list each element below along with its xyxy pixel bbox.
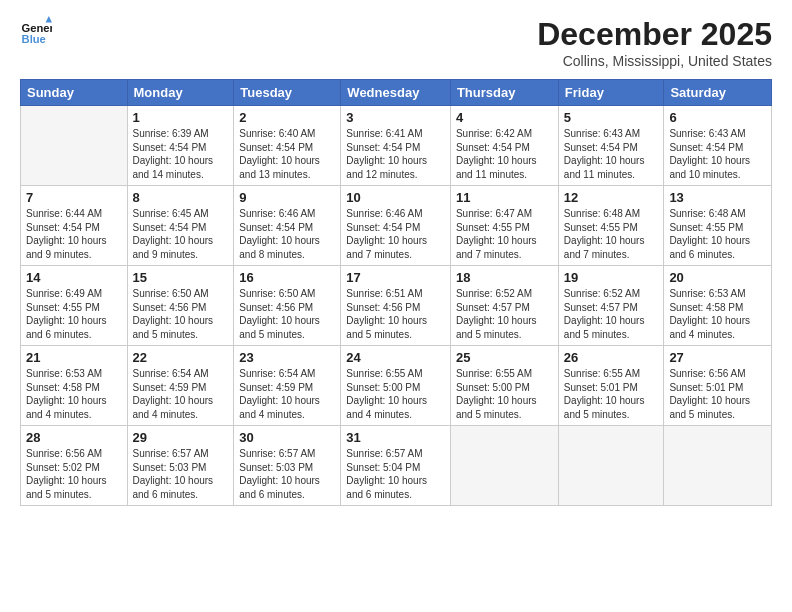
calendar-day: 31Sunrise: 6:57 AM Sunset: 5:04 PM Dayli…	[341, 426, 451, 506]
col-thursday: Thursday	[450, 80, 558, 106]
calendar-day: 27Sunrise: 6:56 AM Sunset: 5:01 PM Dayli…	[664, 346, 772, 426]
calendar-day: 25Sunrise: 6:55 AM Sunset: 5:00 PM Dayli…	[450, 346, 558, 426]
day-info: Sunrise: 6:41 AM Sunset: 4:54 PM Dayligh…	[346, 127, 445, 181]
calendar-header-row: Sunday Monday Tuesday Wednesday Thursday…	[21, 80, 772, 106]
day-info: Sunrise: 6:43 AM Sunset: 4:54 PM Dayligh…	[564, 127, 659, 181]
calendar-day	[21, 106, 128, 186]
calendar-week-3: 21Sunrise: 6:53 AM Sunset: 4:58 PM Dayli…	[21, 346, 772, 426]
calendar-day: 18Sunrise: 6:52 AM Sunset: 4:57 PM Dayli…	[450, 266, 558, 346]
day-info: Sunrise: 6:46 AM Sunset: 4:54 PM Dayligh…	[346, 207, 445, 261]
calendar-week-1: 7Sunrise: 6:44 AM Sunset: 4:54 PM Daylig…	[21, 186, 772, 266]
day-number: 12	[564, 190, 659, 205]
day-number: 19	[564, 270, 659, 285]
day-info: Sunrise: 6:54 AM Sunset: 4:59 PM Dayligh…	[239, 367, 335, 421]
calendar-day: 19Sunrise: 6:52 AM Sunset: 4:57 PM Dayli…	[558, 266, 664, 346]
calendar-day: 17Sunrise: 6:51 AM Sunset: 4:56 PM Dayli…	[341, 266, 451, 346]
day-info: Sunrise: 6:56 AM Sunset: 5:01 PM Dayligh…	[669, 367, 766, 421]
calendar-day: 28Sunrise: 6:56 AM Sunset: 5:02 PM Dayli…	[21, 426, 128, 506]
calendar-day: 12Sunrise: 6:48 AM Sunset: 4:55 PM Dayli…	[558, 186, 664, 266]
day-number: 26	[564, 350, 659, 365]
logo: General Blue	[20, 16, 56, 48]
day-number: 16	[239, 270, 335, 285]
day-info: Sunrise: 6:52 AM Sunset: 4:57 PM Dayligh…	[456, 287, 553, 341]
day-number: 11	[456, 190, 553, 205]
day-info: Sunrise: 6:46 AM Sunset: 4:54 PM Dayligh…	[239, 207, 335, 261]
calendar-day: 20Sunrise: 6:53 AM Sunset: 4:58 PM Dayli…	[664, 266, 772, 346]
calendar-day: 14Sunrise: 6:49 AM Sunset: 4:55 PM Dayli…	[21, 266, 128, 346]
day-info: Sunrise: 6:53 AM Sunset: 4:58 PM Dayligh…	[669, 287, 766, 341]
day-info: Sunrise: 6:57 AM Sunset: 5:03 PM Dayligh…	[133, 447, 229, 501]
logo-icon: General Blue	[20, 16, 52, 48]
calendar-day: 24Sunrise: 6:55 AM Sunset: 5:00 PM Dayli…	[341, 346, 451, 426]
col-sunday: Sunday	[21, 80, 128, 106]
day-info: Sunrise: 6:45 AM Sunset: 4:54 PM Dayligh…	[133, 207, 229, 261]
day-number: 2	[239, 110, 335, 125]
day-info: Sunrise: 6:39 AM Sunset: 4:54 PM Dayligh…	[133, 127, 229, 181]
day-info: Sunrise: 6:43 AM Sunset: 4:54 PM Dayligh…	[669, 127, 766, 181]
day-info: Sunrise: 6:55 AM Sunset: 5:01 PM Dayligh…	[564, 367, 659, 421]
calendar-day: 11Sunrise: 6:47 AM Sunset: 4:55 PM Dayli…	[450, 186, 558, 266]
calendar-day: 16Sunrise: 6:50 AM Sunset: 4:56 PM Dayli…	[234, 266, 341, 346]
svg-text:General: General	[22, 22, 52, 34]
day-info: Sunrise: 6:48 AM Sunset: 4:55 PM Dayligh…	[669, 207, 766, 261]
day-number: 7	[26, 190, 122, 205]
day-number: 9	[239, 190, 335, 205]
calendar-day: 29Sunrise: 6:57 AM Sunset: 5:03 PM Dayli…	[127, 426, 234, 506]
header: General Blue December 2025 Collins, Miss…	[20, 16, 772, 69]
day-number: 22	[133, 350, 229, 365]
calendar-day: 30Sunrise: 6:57 AM Sunset: 5:03 PM Dayli…	[234, 426, 341, 506]
day-number: 31	[346, 430, 445, 445]
calendar-week-2: 14Sunrise: 6:49 AM Sunset: 4:55 PM Dayli…	[21, 266, 772, 346]
day-number: 24	[346, 350, 445, 365]
calendar-day: 22Sunrise: 6:54 AM Sunset: 4:59 PM Dayli…	[127, 346, 234, 426]
day-info: Sunrise: 6:55 AM Sunset: 5:00 PM Dayligh…	[456, 367, 553, 421]
calendar-day: 15Sunrise: 6:50 AM Sunset: 4:56 PM Dayli…	[127, 266, 234, 346]
title-block: December 2025 Collins, Mississippi, Unit…	[537, 16, 772, 69]
day-info: Sunrise: 6:53 AM Sunset: 4:58 PM Dayligh…	[26, 367, 122, 421]
calendar-day: 13Sunrise: 6:48 AM Sunset: 4:55 PM Dayli…	[664, 186, 772, 266]
day-info: Sunrise: 6:52 AM Sunset: 4:57 PM Dayligh…	[564, 287, 659, 341]
day-info: Sunrise: 6:40 AM Sunset: 4:54 PM Dayligh…	[239, 127, 335, 181]
day-info: Sunrise: 6:50 AM Sunset: 4:56 PM Dayligh…	[239, 287, 335, 341]
day-info: Sunrise: 6:57 AM Sunset: 5:03 PM Dayligh…	[239, 447, 335, 501]
col-wednesday: Wednesday	[341, 80, 451, 106]
day-number: 3	[346, 110, 445, 125]
day-number: 10	[346, 190, 445, 205]
calendar-week-4: 28Sunrise: 6:56 AM Sunset: 5:02 PM Dayli…	[21, 426, 772, 506]
col-saturday: Saturday	[664, 80, 772, 106]
day-number: 6	[669, 110, 766, 125]
day-number: 8	[133, 190, 229, 205]
day-number: 20	[669, 270, 766, 285]
day-number: 18	[456, 270, 553, 285]
day-number: 23	[239, 350, 335, 365]
calendar-day: 9Sunrise: 6:46 AM Sunset: 4:54 PM Daylig…	[234, 186, 341, 266]
day-number: 21	[26, 350, 122, 365]
col-tuesday: Tuesday	[234, 80, 341, 106]
day-number: 29	[133, 430, 229, 445]
calendar-day: 8Sunrise: 6:45 AM Sunset: 4:54 PM Daylig…	[127, 186, 234, 266]
main-title: December 2025	[537, 16, 772, 53]
day-info: Sunrise: 6:54 AM Sunset: 4:59 PM Dayligh…	[133, 367, 229, 421]
calendar-day	[450, 426, 558, 506]
day-info: Sunrise: 6:42 AM Sunset: 4:54 PM Dayligh…	[456, 127, 553, 181]
col-monday: Monday	[127, 80, 234, 106]
day-info: Sunrise: 6:55 AM Sunset: 5:00 PM Dayligh…	[346, 367, 445, 421]
calendar-day	[558, 426, 664, 506]
calendar-day: 4Sunrise: 6:42 AM Sunset: 4:54 PM Daylig…	[450, 106, 558, 186]
day-info: Sunrise: 6:51 AM Sunset: 4:56 PM Dayligh…	[346, 287, 445, 341]
calendar-day: 23Sunrise: 6:54 AM Sunset: 4:59 PM Dayli…	[234, 346, 341, 426]
day-info: Sunrise: 6:50 AM Sunset: 4:56 PM Dayligh…	[133, 287, 229, 341]
day-number: 14	[26, 270, 122, 285]
calendar-day	[664, 426, 772, 506]
calendar-day: 10Sunrise: 6:46 AM Sunset: 4:54 PM Dayli…	[341, 186, 451, 266]
calendar-day: 26Sunrise: 6:55 AM Sunset: 5:01 PM Dayli…	[558, 346, 664, 426]
calendar-week-0: 1Sunrise: 6:39 AM Sunset: 4:54 PM Daylig…	[21, 106, 772, 186]
day-number: 30	[239, 430, 335, 445]
day-info: Sunrise: 6:44 AM Sunset: 4:54 PM Dayligh…	[26, 207, 122, 261]
subtitle: Collins, Mississippi, United States	[537, 53, 772, 69]
calendar-day: 7Sunrise: 6:44 AM Sunset: 4:54 PM Daylig…	[21, 186, 128, 266]
calendar-table: Sunday Monday Tuesday Wednesday Thursday…	[20, 79, 772, 506]
calendar-day: 1Sunrise: 6:39 AM Sunset: 4:54 PM Daylig…	[127, 106, 234, 186]
day-number: 28	[26, 430, 122, 445]
calendar-day: 21Sunrise: 6:53 AM Sunset: 4:58 PM Dayli…	[21, 346, 128, 426]
